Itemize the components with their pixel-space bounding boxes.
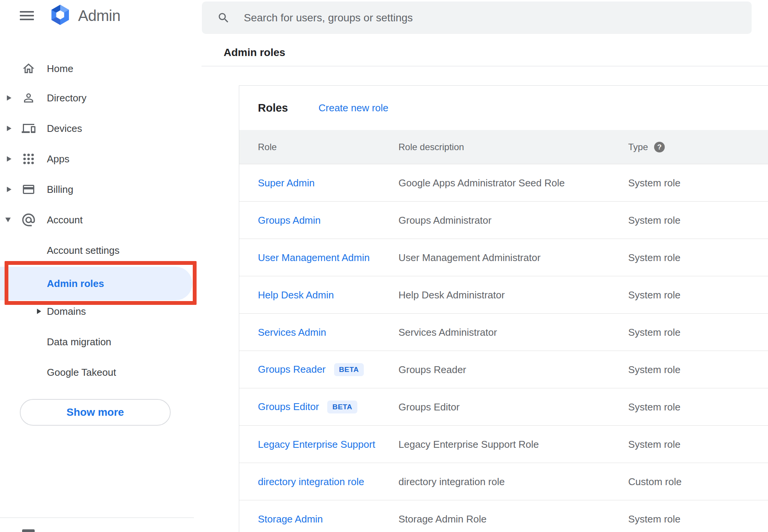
sidebar-item-home[interactable]: Home: [0, 53, 196, 84]
sidebar-bottom-divider: [0, 518, 194, 518]
admin-console-page: Admin Home Directory: [0, 0, 768, 532]
sidebar-item-google-takeout[interactable]: Google Takeout: [0, 357, 196, 388]
role-description: Groups Editor: [398, 401, 459, 413]
sidebar-item-label: Domains: [47, 306, 86, 317]
person-icon: [21, 90, 36, 106]
billing-card-icon: [21, 182, 36, 197]
role-link[interactable]: Groups Reader: [258, 364, 326, 375]
at-sign-icon: [21, 212, 36, 228]
role-type: System role: [628, 438, 680, 450]
sidebar-item-data-migration[interactable]: Data migration: [0, 327, 196, 357]
roles-card-header: Roles Create new role: [239, 86, 768, 130]
column-header-role: Role: [258, 142, 277, 152]
feedback-icon: [22, 529, 35, 532]
sidebar-item-label: Apps: [47, 153, 69, 165]
role-description: Groups Reader: [398, 364, 466, 375]
table-row: Help Desk Admin Help Desk Administrator …: [239, 276, 768, 314]
roles-heading: Roles: [258, 102, 288, 114]
page-title: Admin roles: [224, 46, 285, 59]
role-type: System role: [628, 214, 680, 226]
roles-card: Roles Create new role Role Role descript…: [239, 85, 768, 532]
role-type: System role: [628, 252, 680, 263]
sidebar-item-billing[interactable]: Billing: [0, 174, 196, 205]
role-link[interactable]: Super Admin: [258, 177, 315, 189]
header-divider: [202, 66, 768, 66]
admin-hexagon-logo-icon: [49, 4, 72, 27]
search-input[interactable]: [244, 2, 739, 34]
role-description: Help Desk Administrator: [398, 289, 505, 301]
role-type: System role: [628, 177, 680, 189]
sidebar-item-domains[interactable]: Domains: [0, 296, 196, 327]
role-description: Google Apps Administrator Seed Role: [398, 177, 565, 189]
table-row: Groups Reader BETA Groups Reader System …: [239, 351, 768, 388]
table-row: Groups Editor BETA Groups Editor System …: [239, 388, 768, 426]
sidebar-item-account-settings[interactable]: Account settings: [0, 235, 196, 266]
home-icon: [21, 61, 36, 76]
role-description: Services Administrator: [398, 326, 497, 338]
expand-right-icon[interactable]: [7, 95, 11, 101]
expand-right-icon[interactable]: [7, 126, 11, 131]
sidebar-item-label: Admin roles: [47, 278, 104, 290]
sidebar-item-label: Devices: [47, 123, 82, 135]
role-link[interactable]: User Management Admin: [258, 252, 370, 263]
role-description: User Management Administrator: [398, 252, 541, 263]
sidebar-item-label: Home: [47, 63, 73, 75]
role-type: Custom role: [628, 476, 682, 487]
sidebar-item-label: Billing: [47, 184, 73, 195]
search-icon: [217, 11, 230, 26]
role-type: System role: [628, 401, 680, 413]
sidebar: Admin Home Directory: [0, 0, 196, 532]
sidebar-item-label: Google Takeout: [47, 367, 116, 378]
hamburger-menu-icon[interactable]: [20, 11, 34, 21]
sidebar-item-account[interactable]: Account: [0, 205, 196, 235]
admin-logo: Admin: [49, 4, 120, 27]
column-header-type: Type: [628, 142, 648, 152]
role-description: Groups Administrator: [398, 214, 491, 226]
role-link[interactable]: Services Admin: [258, 326, 326, 338]
role-type: System role: [628, 513, 680, 525]
expand-right-icon[interactable]: [7, 156, 11, 162]
column-header-description: Role description: [398, 142, 464, 152]
role-description: Legacy Enterprise Support Role: [398, 438, 539, 450]
role-link[interactable]: Help Desk Admin: [258, 289, 334, 301]
role-link[interactable]: directory integration role: [258, 476, 364, 487]
role-link[interactable]: Storage Admin: [258, 513, 323, 525]
search-bar: [202, 2, 752, 34]
expand-down-icon[interactable]: [5, 218, 11, 222]
role-link[interactable]: Legacy Enterprise Support: [258, 438, 375, 450]
sidebar-item-label: Account: [47, 214, 83, 226]
role-type: System role: [628, 326, 680, 338]
table-row: Legacy Enterprise Support Legacy Enterpr…: [239, 426, 768, 463]
role-type: System role: [628, 289, 680, 301]
devices-icon: [21, 121, 36, 136]
beta-badge: BETA: [334, 363, 364, 376]
table-row: Services Admin Services Administrator Sy…: [239, 314, 768, 351]
expand-right-icon[interactable]: [37, 309, 41, 314]
expand-right-icon[interactable]: [7, 187, 11, 192]
sidebar-item-label: Data migration: [47, 336, 111, 348]
sidebar-item-label: Account settings: [47, 245, 120, 256]
sidebar-item-devices[interactable]: Devices: [0, 113, 196, 144]
sidebar-item-label: Directory: [47, 92, 86, 104]
table-row: Storage Admin Storage Admin Role System …: [239, 500, 768, 532]
help-icon[interactable]: ?: [654, 142, 665, 152]
create-new-role-link[interactable]: Create new role: [318, 102, 389, 114]
role-link[interactable]: Groups Editor: [258, 401, 319, 413]
role-type: System role: [628, 364, 680, 375]
table-header-row: Role Role description Type ?: [239, 130, 768, 164]
show-more-button[interactable]: Show more: [20, 399, 171, 426]
sidebar-item-directory[interactable]: Directory: [0, 83, 196, 113]
role-description: Storage Admin Role: [398, 513, 486, 525]
beta-badge: BETA: [327, 401, 357, 413]
role-link[interactable]: Groups Admin: [258, 214, 321, 226]
sidebar-item-admin-roles[interactable]: Admin roles: [0, 267, 192, 300]
role-description: directory integration role: [398, 476, 505, 487]
table-row: Super Admin Google Apps Administrator Se…: [239, 164, 768, 202]
product-name: Admin: [78, 7, 120, 24]
table-row: User Management Admin User Management Ad…: [239, 239, 768, 276]
table-row: directory integration role directory int…: [239, 463, 768, 500]
sidebar-item-apps[interactable]: Apps: [0, 144, 196, 174]
table-row: Groups Admin Groups Administrator System…: [239, 202, 768, 239]
apps-grid-icon: [21, 151, 36, 167]
